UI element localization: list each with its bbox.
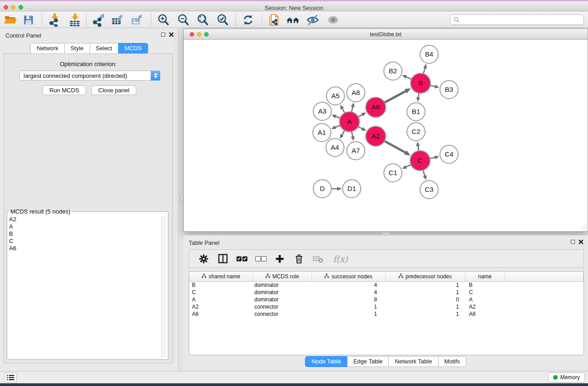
- column-type-icon: [324, 273, 329, 280]
- network-window-titlebar[interactable]: testGlobe.txt: [184, 29, 588, 40]
- open-session-icon[interactable]: [3, 13, 18, 27]
- export-table-icon[interactable]: [110, 13, 125, 27]
- window-title: Session: New Session: [0, 5, 588, 11]
- show-column-panel-icon[interactable]: [216, 253, 229, 265]
- graph-node-B[interactable]: B: [411, 73, 430, 93]
- zoom-fit-icon[interactable]: [195, 13, 210, 27]
- export-image-icon[interactable]: [129, 13, 145, 27]
- graph-node-B3[interactable]: B3: [440, 81, 458, 99]
- column-header-shared-name[interactable]: shared name: [189, 272, 253, 281]
- graph-node-C1[interactable]: C1: [384, 164, 402, 182]
- tab-mcds[interactable]: MCDS: [118, 43, 148, 54]
- search-input[interactable]: [462, 17, 583, 23]
- close-panel-button[interactable]: Close panel: [91, 86, 136, 95]
- create-column-plus-icon[interactable]: [273, 253, 286, 265]
- svg-text:C4: C4: [445, 150, 453, 158]
- column-header-predecessor-nodes[interactable]: predecessor nodes: [385, 272, 465, 281]
- column-type-icon: [201, 273, 206, 280]
- tab-style[interactable]: Style: [64, 43, 90, 54]
- memory-label: Memory: [560, 374, 580, 381]
- graph-node-C[interactable]: C: [410, 151, 430, 171]
- column-header-MCDS-role[interactable]: MCDS role: [253, 272, 311, 281]
- delete-column-trash-icon[interactable]: [292, 253, 305, 265]
- mcds-result-item[interactable]: A6: [9, 245, 159, 252]
- network-view-window: testGlobe.txt B4B2BB3A5A8A6B1A3AA1C2A2A4…: [183, 29, 588, 232]
- graph-node-B1[interactable]: B1: [407, 103, 425, 121]
- task-history-button[interactable]: [5, 373, 17, 382]
- graph-node-A7[interactable]: A7: [347, 142, 365, 160]
- graph-node-A5[interactable]: A5: [326, 87, 344, 105]
- run-mcds-button[interactable]: Run MCDS: [43, 86, 86, 95]
- svg-text:B3: B3: [445, 86, 453, 93]
- graph-node-A1[interactable]: A1: [313, 124, 331, 142]
- memory-button[interactable]: Memory: [548, 372, 585, 382]
- network-window-title: testGlobe.txt: [184, 31, 588, 38]
- graph-node-A2[interactable]: A2: [366, 126, 386, 146]
- mcds-result-item[interactable]: A2: [9, 216, 159, 223]
- network-graph[interactable]: B4B2BB3A5A8A6B1A3AA1C2A2A4A7C4CC1C3DD1: [184, 40, 588, 231]
- zoom-selected-icon[interactable]: [215, 13, 230, 27]
- mcds-result-item[interactable]: C: [9, 238, 159, 245]
- import-table-icon[interactable]: [67, 13, 82, 27]
- optimization-criterion-dropdown[interactable]: largest connected component (directed): [19, 71, 160, 81]
- graph-node-C2[interactable]: C2: [407, 123, 425, 141]
- home-browser-icon[interactable]: [285, 13, 301, 27]
- table-row[interactable]: A2connector11A2: [189, 303, 583, 310]
- svg-text:B1: B1: [412, 108, 420, 115]
- table-panel: Table Panel f(x): [183, 235, 588, 369]
- network-from-document-icon[interactable]: [267, 13, 282, 27]
- tab-network[interactable]: Network: [30, 43, 65, 54]
- tab-motifs[interactable]: Motifs: [438, 356, 466, 367]
- table-row[interactable]: Adominator80A: [189, 296, 583, 303]
- graph-node-A4[interactable]: A4: [326, 138, 344, 157]
- tab-select[interactable]: Select: [90, 43, 119, 54]
- close-panel-icon[interactable]: [169, 32, 174, 37]
- float-panel-icon[interactable]: [161, 33, 165, 37]
- zoom-out-icon[interactable]: [176, 13, 191, 27]
- graph-node-A8[interactable]: A8: [347, 84, 365, 102]
- table-row[interactable]: A6connector11A6: [189, 310, 583, 318]
- graph-node-C4[interactable]: C4: [440, 145, 458, 163]
- column-header-successor-nodes[interactable]: successor nodes: [311, 272, 385, 281]
- export-network-icon[interactable]: [91, 13, 106, 27]
- graph-node-C3[interactable]: C3: [420, 181, 438, 199]
- import-network-icon[interactable]: [47, 13, 62, 27]
- mcds-result-item[interactable]: A: [9, 223, 159, 230]
- unselect-all-columns-icon[interactable]: [254, 253, 267, 265]
- graph-node-D1[interactable]: D1: [343, 180, 361, 198]
- mcds-result-item[interactable]: B: [9, 230, 159, 238]
- mcds-result-title: MCDS result (5 nodes): [9, 208, 72, 215]
- network-canvas[interactable]: B4B2BB3A5A8A6B1A3AA1C2A2A4A7C4CC1C3DD1: [184, 40, 588, 231]
- tab-node-table[interactable]: Node Table: [305, 356, 348, 367]
- table-row[interactable]: Cdominator41C: [189, 289, 583, 296]
- close-panel-icon[interactable]: [578, 239, 583, 244]
- tab-network-table[interactable]: Network Table: [388, 356, 438, 367]
- search-field[interactable]: [450, 14, 584, 25]
- mcds-result-list[interactable]: A2ABCA6: [9, 216, 159, 357]
- table-panel-title: Table Panel: [189, 239, 220, 246]
- table-row[interactable]: Bdominator41B: [189, 281, 583, 289]
- table-settings-gear-icon[interactable]: [197, 253, 210, 265]
- show-all-icon[interactable]: [325, 13, 341, 27]
- refresh-icon[interactable]: [240, 13, 256, 27]
- dropdown-selected-value: largest connected component (directed): [24, 72, 127, 79]
- float-panel-icon[interactable]: [571, 240, 575, 244]
- tab-edge-table[interactable]: Edge Table: [347, 356, 389, 367]
- graph-node-B2[interactable]: B2: [384, 62, 402, 80]
- graph-node-D[interactable]: D: [313, 180, 331, 198]
- resize-grip-icon[interactable]: [580, 224, 587, 230]
- graph-node-A6[interactable]: A6: [366, 97, 386, 117]
- horizontal-splitter-handle[interactable]: [382, 232, 390, 235]
- hide-selection-icon[interactable]: [305, 13, 320, 27]
- graph-node-B4[interactable]: B4: [420, 45, 438, 63]
- mcds-result-scrollbar[interactable]: [161, 216, 167, 357]
- select-all-columns-icon[interactable]: [235, 253, 248, 265]
- svg-text:C3: C3: [425, 186, 433, 193]
- column-header-name[interactable]: name: [465, 272, 505, 281]
- vertical-splitter-handle[interactable]: [180, 195, 183, 203]
- graph-node-A3[interactable]: A3: [313, 102, 331, 120]
- graph-node-A[interactable]: A: [339, 112, 359, 132]
- save-session-icon[interactable]: [21, 13, 36, 27]
- zoom-in-icon[interactable]: [156, 13, 171, 27]
- toolbar-separator: [235, 14, 236, 26]
